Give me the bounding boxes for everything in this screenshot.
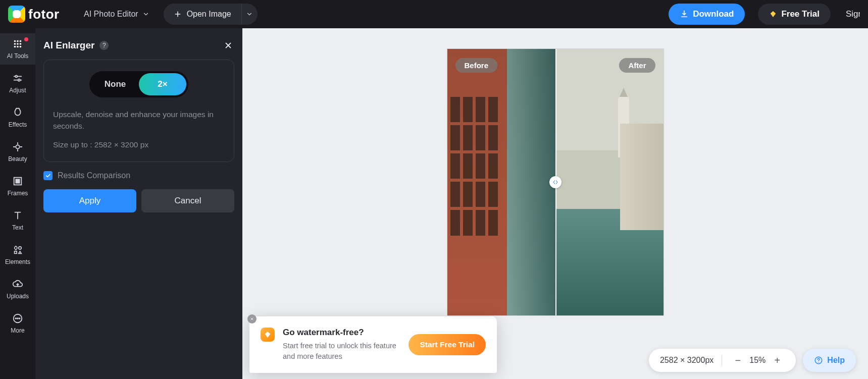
panel-title: AI Enlarger bbox=[43, 40, 94, 51]
svg-point-6 bbox=[14, 46, 16, 48]
zoom-in-button[interactable]: + bbox=[770, 353, 785, 368]
rail-more[interactable]: More bbox=[0, 308, 35, 339]
open-image-group: Open Image bbox=[164, 4, 258, 25]
chevron-down-icon bbox=[142, 11, 149, 18]
svg-point-10 bbox=[18, 79, 20, 81]
after-image bbox=[555, 49, 663, 315]
svg-point-18 bbox=[17, 318, 18, 319]
popup-title: Go watermark-free? bbox=[283, 328, 400, 338]
separator bbox=[722, 355, 722, 366]
svg-point-17 bbox=[15, 318, 16, 319]
svg-point-4 bbox=[17, 43, 19, 45]
rail-label: Adjust bbox=[9, 87, 26, 94]
results-comparison-row: Results Comparison bbox=[43, 171, 234, 180]
svg-point-3 bbox=[14, 43, 16, 45]
ai-enlarger-panel: AI Enlarger ? None 2× Upscale, denoise a… bbox=[35, 28, 242, 379]
scale-option-2x[interactable]: 2× bbox=[139, 79, 186, 89]
svg-point-14 bbox=[19, 247, 22, 250]
apply-button[interactable]: Apply bbox=[43, 189, 136, 212]
help-button[interactable]: Help bbox=[803, 349, 856, 372]
open-image-button[interactable]: Open Image bbox=[164, 10, 241, 19]
free-trial-button[interactable]: Free Trial bbox=[758, 4, 831, 25]
rail-label: AI Tools bbox=[7, 52, 28, 60]
svg-point-2 bbox=[20, 40, 22, 42]
enlarge-settings-card: None 2× Upscale, denoise and enhance you… bbox=[43, 60, 234, 162]
beauty-icon bbox=[12, 141, 23, 152]
canvas-size-text: 2582 × 3200px bbox=[660, 356, 713, 365]
popup-text-block: Go watermark-free? Start free trial to u… bbox=[283, 328, 400, 362]
enlarge-description: Upscale, denoise and enhance your images… bbox=[53, 109, 225, 132]
rail-label: Frames bbox=[8, 190, 28, 197]
close-icon bbox=[250, 317, 254, 321]
brand-logo-mark bbox=[8, 6, 25, 23]
comparison-handle[interactable] bbox=[549, 176, 561, 188]
svg-rect-15 bbox=[15, 251, 17, 254]
rail-ai-tools[interactable]: AI Tools bbox=[0, 33, 35, 65]
canvas-size-pill: 2582 × 3200px − 15% + bbox=[649, 349, 796, 372]
rail-effects[interactable]: Effects bbox=[0, 102, 35, 133]
adjust-icon bbox=[12, 73, 23, 84]
zoom-out-button[interactable]: − bbox=[730, 353, 745, 368]
uploads-icon bbox=[12, 279, 23, 290]
after-badge: After bbox=[619, 58, 655, 73]
results-comparison-label: Results Comparison bbox=[58, 171, 130, 180]
open-image-dropdown[interactable] bbox=[241, 4, 258, 25]
enlarge-size-info: Size up to : 2582 × 3200 px bbox=[53, 140, 225, 149]
svg-point-0 bbox=[14, 40, 16, 42]
editor-mode-label: AI Photo Editor bbox=[84, 10, 138, 19]
image-comparison-viewer[interactable]: Before After bbox=[447, 48, 664, 316]
rail-uploads[interactable]: Uploads bbox=[0, 274, 35, 305]
effects-icon bbox=[12, 107, 23, 118]
open-image-label: Open Image bbox=[187, 10, 231, 19]
tool-rail: AI Tools Adjust Effects Beauty Frames Te… bbox=[0, 28, 35, 379]
rail-text[interactable]: Text bbox=[0, 205, 35, 236]
rail-elements[interactable]: Elements bbox=[0, 239, 35, 270]
scale-option-none[interactable]: None bbox=[91, 79, 139, 89]
rail-label: More bbox=[11, 327, 24, 334]
free-trial-label: Free Trial bbox=[781, 9, 820, 19]
brand-logo-text: fotor bbox=[28, 7, 60, 22]
app-header: fotor AI Photo Editor Open Image Downloa… bbox=[0, 0, 868, 28]
zoom-percent-text: 15% bbox=[749, 356, 765, 365]
svg-point-8 bbox=[20, 46, 22, 48]
ai-tools-icon bbox=[12, 38, 23, 49]
svg-point-21 bbox=[819, 362, 820, 363]
rail-label: Elements bbox=[5, 258, 30, 265]
editor-mode-dropdown[interactable]: AI Photo Editor bbox=[84, 10, 149, 19]
start-free-trial-button[interactable]: Start Free Trial bbox=[409, 334, 486, 355]
rail-beauty[interactable]: Beauty bbox=[0, 136, 35, 168]
results-comparison-checkbox[interactable] bbox=[43, 171, 53, 180]
sign-in-link[interactable]: Sign In bbox=[846, 9, 860, 19]
elements-icon bbox=[12, 244, 23, 255]
help-circle-icon bbox=[814, 356, 823, 365]
drag-handle-icon bbox=[551, 179, 559, 185]
diamond-icon bbox=[261, 328, 275, 342]
rail-label: Effects bbox=[9, 121, 27, 128]
canvas-footer-controls: 2582 × 3200px − 15% + Help bbox=[649, 349, 856, 372]
rail-label: Beauty bbox=[8, 155, 27, 163]
panel-close-button[interactable] bbox=[222, 39, 234, 51]
svg-point-5 bbox=[20, 43, 22, 45]
text-icon bbox=[12, 210, 23, 221]
before-image bbox=[447, 49, 555, 315]
canvas-area: Before After Go watermark-free? Start fr… bbox=[242, 28, 868, 379]
brand-logo[interactable]: fotor bbox=[8, 5, 76, 23]
svg-rect-13 bbox=[16, 179, 19, 183]
rail-adjust[interactable]: Adjust bbox=[0, 68, 35, 99]
check-icon bbox=[45, 173, 51, 179]
before-badge: Before bbox=[455, 58, 498, 73]
diamond-icon bbox=[769, 10, 777, 18]
download-button[interactable]: Download bbox=[669, 4, 745, 25]
help-icon[interactable]: ? bbox=[99, 41, 109, 50]
rail-frames[interactable]: Frames bbox=[0, 171, 35, 202]
panel-header: AI Enlarger ? bbox=[43, 39, 234, 51]
svg-point-9 bbox=[15, 75, 17, 77]
close-icon bbox=[224, 41, 233, 50]
rail-label: Text bbox=[12, 224, 23, 231]
svg-point-11 bbox=[16, 145, 19, 148]
scale-segmented-control: None 2× bbox=[89, 71, 188, 97]
svg-point-19 bbox=[19, 318, 20, 319]
popup-close-button[interactable] bbox=[247, 314, 257, 323]
cancel-button[interactable]: Cancel bbox=[141, 189, 234, 212]
popup-subtitle: Start free trial to unlock this feature … bbox=[283, 341, 400, 362]
